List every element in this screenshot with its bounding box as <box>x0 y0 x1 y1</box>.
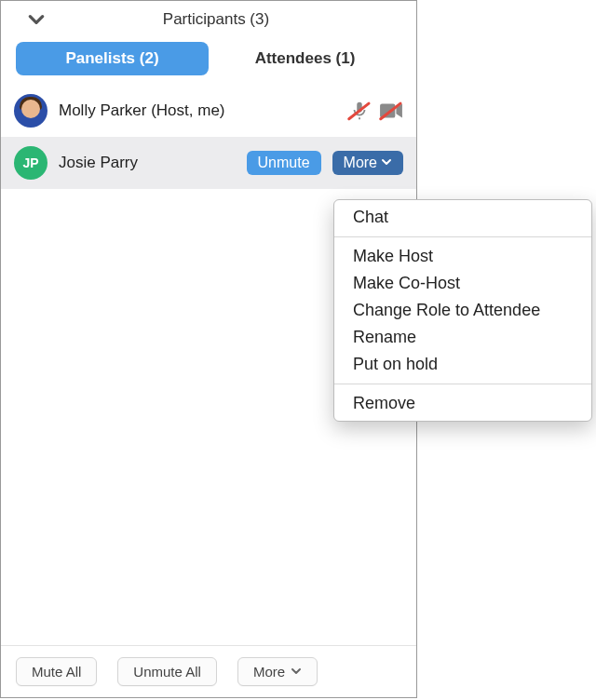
participant-row[interactable]: JP Josie Parry Unmute More <box>1 137 416 189</box>
chevron-down-icon <box>291 664 302 680</box>
menu-separator <box>334 384 591 384</box>
camera-off-icon <box>379 101 403 121</box>
panel-title: Participants (3) <box>27 10 405 29</box>
mute-all-button[interactable]: Mute All <box>16 657 97 686</box>
tab-panelists[interactable]: Panelists (2) <box>16 42 209 75</box>
panel-header: Participants (3) <box>1 1 416 38</box>
footer-more-label: More <box>253 664 285 680</box>
context-menu: Chat Make Host Make Co-Host Change Role … <box>333 199 592 422</box>
more-button-label: More <box>344 155 377 171</box>
more-button[interactable]: More <box>332 151 403 175</box>
avatar <box>14 94 47 128</box>
unmute-button[interactable]: Unmute <box>247 151 321 175</box>
participant-name: Molly Parker (Host, me) <box>59 101 336 120</box>
panel-footer: Mute All Unmute All More <box>1 645 416 697</box>
menu-change-role[interactable]: Change Role to Attendee <box>334 297 591 324</box>
chevron-down-icon <box>381 155 392 171</box>
tab-attendees[interactable]: Attendees (1) <box>209 42 401 75</box>
tabs: Panelists (2) Attendees (1) <box>1 38 416 85</box>
menu-make-cohost[interactable]: Make Co-Host <box>334 270 591 297</box>
menu-remove[interactable]: Remove <box>334 390 591 417</box>
menu-make-host[interactable]: Make Host <box>334 243 591 270</box>
menu-chat[interactable]: Chat <box>334 204 591 231</box>
avatar: JP <box>14 146 47 180</box>
unmute-all-button[interactable]: Unmute All <box>117 657 217 686</box>
menu-rename[interactable]: Rename <box>334 324 591 351</box>
menu-separator <box>334 236 591 237</box>
participant-name: Josie Parry <box>59 154 236 172</box>
mic-muted-icon <box>347 101 372 121</box>
status-icons <box>347 101 403 121</box>
participant-row[interactable]: Molly Parker (Host, me) <box>1 85 416 137</box>
collapse-icon[interactable] <box>27 10 46 29</box>
menu-put-on-hold[interactable]: Put on hold <box>334 351 591 378</box>
footer-more-button[interactable]: More <box>237 657 318 686</box>
